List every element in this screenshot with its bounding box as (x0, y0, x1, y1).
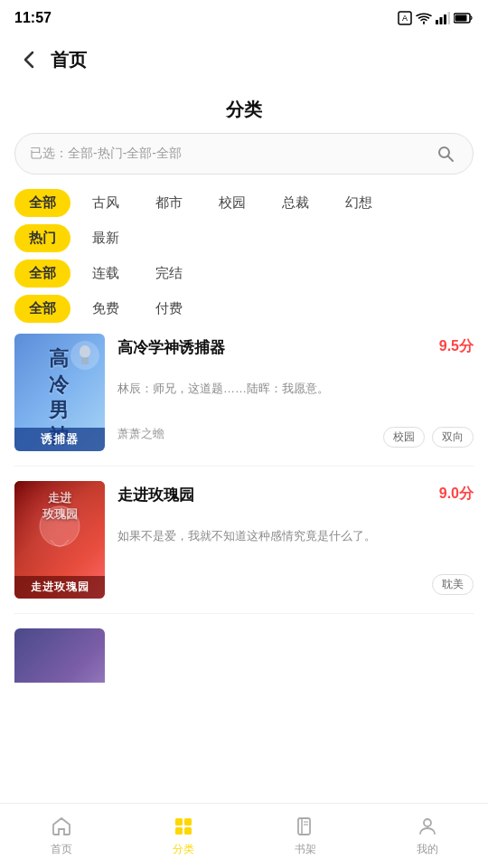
svg-rect-11 (81, 357, 89, 364)
filter-tag-all-status[interactable]: 全部 (14, 259, 70, 288)
nav-item-home[interactable]: 首页 (0, 807, 122, 864)
search-icon (436, 145, 455, 163)
nav-item-profile[interactable]: 我的 (366, 807, 488, 864)
status-icons: A (398, 11, 474, 25)
book-header-1: 高冷学神诱捕器 9.5分 (117, 337, 474, 358)
filter-tag-dushi[interactable]: 都市 (141, 189, 197, 217)
svg-rect-16 (184, 827, 192, 835)
signal-icon (436, 12, 450, 24)
filter-tag-xiaoyuan[interactable]: 校园 (204, 189, 260, 217)
book-item-1[interactable]: 高冷男神 诱捕器 高冷学神诱捕器 (14, 334, 474, 467)
page-title: 分类 (0, 83, 488, 133)
book-icon (294, 815, 317, 838)
filter-tag-all-price[interactable]: 全部 (14, 295, 70, 323)
book-tag-danmei[interactable]: 耽美 (432, 574, 474, 595)
filter-tag-serializing[interactable]: 连载 (78, 259, 134, 288)
nav-label-home: 首页 (51, 842, 72, 857)
nav-label-profile: 我的 (417, 842, 438, 857)
book-tags-2: 耽美 (432, 574, 474, 595)
back-icon (23, 51, 34, 69)
battery-icon (454, 12, 474, 24)
filter-tag-zongcai[interactable]: 总裁 (267, 189, 324, 217)
svg-rect-3 (440, 17, 443, 24)
book-item-2[interactable]: 走进玫瑰园 走进玫瑰园 走进玫瑰园 9.0分 如果不是爱，我就不知道这种感情究竟… (14, 481, 474, 614)
book-list: 高冷男神 诱捕器 高冷学神诱捕器 (0, 334, 488, 683)
filter-section: 全部 古风 都市 校园 总裁 幻想 热门 最新 全部 连载 完结 全部 免费 付… (0, 189, 488, 323)
filter-tag-free[interactable]: 免费 (78, 295, 134, 323)
book-author-1: 萧萧之蟾 (117, 426, 164, 442)
profile-icon (416, 815, 439, 838)
book-score-1: 9.5分 (439, 337, 474, 356)
svg-point-10 (80, 345, 90, 358)
book-tag-shuangxiang[interactable]: 双向 (432, 427, 474, 448)
home-icon (50, 815, 73, 838)
book-title-1: 高冷学神诱捕器 (117, 337, 432, 358)
filter-tag-gufeng[interactable]: 古风 (78, 189, 134, 217)
filter-tag-completed[interactable]: 完结 (141, 259, 197, 288)
svg-rect-5 (448, 12, 451, 24)
nav-label-category: 分类 (173, 842, 194, 857)
book-score-2: 9.0分 (439, 485, 474, 504)
book-cover-1: 高冷男神 诱捕器 (14, 334, 105, 451)
filter-row-hot: 热门 最新 (14, 224, 474, 252)
book-info-2: 走进玫瑰园 9.0分 如果不是爱，我就不知道这种感情究竟是什么了。 耽美 (117, 481, 474, 599)
filter-tag-new[interactable]: 最新 (78, 224, 134, 252)
svg-text:A: A (402, 14, 408, 23)
nav-item-category[interactable]: 分类 (122, 807, 244, 864)
book-tags-1: 校园 双向 (383, 427, 474, 448)
book-tag-xiaoyuan[interactable]: 校园 (383, 427, 425, 448)
grid-icon (172, 815, 195, 838)
header-title: 首页 (51, 48, 87, 72)
book-item-partial (14, 628, 474, 683)
book-excerpt-1: 林辰：师兄，这道题……陆晖：我愿意。 (117, 380, 474, 398)
status-bar: 11:57 A (0, 0, 488, 36)
filter-row-genre: 全部 古风 都市 校园 总裁 幻想 (14, 189, 474, 217)
filter-tag-hot[interactable]: 热门 (14, 224, 70, 252)
filter-row-price: 全部 免费 付费 (14, 295, 474, 323)
filter-row-status: 全部 连载 完结 (14, 259, 474, 288)
book-cover-2: 走进玫瑰园 走进玫瑰园 (14, 481, 105, 599)
back-button[interactable] (14, 45, 43, 74)
notification-icon: A (398, 11, 412, 25)
book-info-1: 高冷学神诱捕器 9.5分 林辰：师兄，这道题……陆晖：我愿意。 萧萧之蟾 校园 … (117, 334, 474, 451)
svg-line-9 (448, 156, 454, 162)
header: 首页 (0, 36, 488, 83)
nav-label-bookshelf: 书架 (295, 842, 316, 857)
svg-rect-7 (455, 15, 467, 22)
search-bar[interactable]: 已选：全部-热门-全部-全部 (14, 133, 474, 175)
svg-rect-13 (175, 818, 183, 826)
svg-rect-14 (184, 818, 192, 826)
book-header-2: 走进玫瑰园 9.0分 (117, 485, 474, 505)
book-excerpt-2: 如果不是爱，我就不知道这种感情究竟是什么了。 (117, 527, 474, 545)
svg-rect-2 (436, 20, 438, 24)
svg-rect-15 (175, 827, 183, 835)
svg-point-21 (424, 819, 431, 826)
svg-rect-17 (298, 818, 310, 835)
search-selected-text: 已选：全部-热门-全部-全部 (30, 146, 433, 162)
filter-tag-huanxiang[interactable]: 幻想 (331, 189, 387, 217)
nav-item-bookshelf[interactable]: 书架 (244, 807, 366, 864)
status-time: 11:57 (14, 10, 52, 26)
wifi-icon (416, 12, 432, 24)
book-title-2: 走进玫瑰园 (117, 485, 432, 505)
filter-tag-all-genre[interactable]: 全部 (14, 189, 70, 217)
search-button[interactable] (433, 141, 458, 166)
svg-rect-4 (444, 14, 446, 24)
bottom-nav: 首页 分类 书架 (0, 803, 488, 868)
filter-tag-paid[interactable]: 付费 (141, 295, 197, 323)
